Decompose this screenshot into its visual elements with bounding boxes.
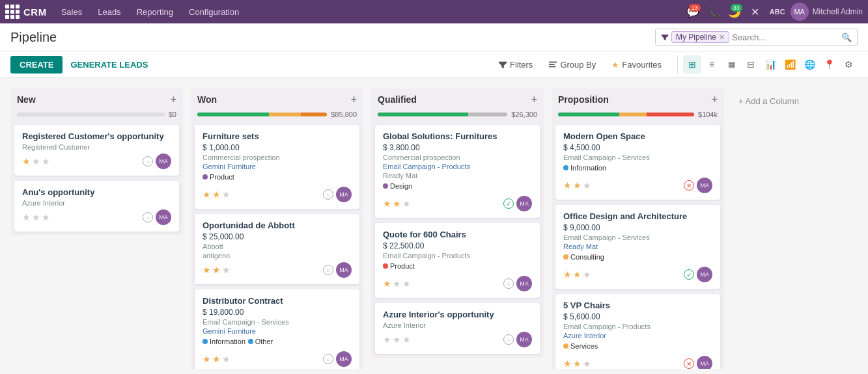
star-3[interactable]: ★ bbox=[222, 189, 231, 200]
status-icon[interactable]: ○ bbox=[323, 189, 333, 200]
view-globe-button[interactable]: 🌐 bbox=[800, 55, 819, 73]
star-2[interactable]: ★ bbox=[393, 334, 401, 345]
kanban-card[interactable]: Quote for 600 Chairs $ 22,500.00 Email C… bbox=[375, 223, 540, 298]
card-campaign[interactable]: Email Campaign - Products bbox=[383, 163, 532, 170]
app-logo[interactable]: CRM bbox=[5, 5, 47, 19]
star-3[interactable]: ★ bbox=[402, 278, 411, 289]
search-submit-icon[interactable]: 🔍 bbox=[841, 33, 852, 42]
card-campaign[interactable]: Gemini Furniture bbox=[203, 327, 352, 335]
star-1[interactable]: ★ bbox=[203, 354, 211, 364]
search-tag-my-pipeline[interactable]: My Pipeline ✕ bbox=[671, 31, 729, 43]
col-add-button[interactable]: + bbox=[171, 94, 176, 105]
status-icon[interactable]: ○ bbox=[323, 265, 333, 275]
kanban-card[interactable]: Global Solutions: Furnitures $ 3,800.00 … bbox=[375, 125, 540, 218]
top-navigation: CRM Sales Leads Reporting Configuration … bbox=[0, 0, 868, 23]
star-3[interactable]: ★ bbox=[583, 358, 591, 369]
star-1[interactable]: ★ bbox=[22, 156, 31, 167]
view-table-button[interactable]: ⊟ bbox=[742, 55, 760, 73]
col-add-button[interactable]: + bbox=[351, 94, 357, 105]
status-icon[interactable]: ○ bbox=[143, 156, 153, 167]
kanban-card[interactable]: 5 VP Chairs $ 5,600.00 Email Campaign - … bbox=[555, 294, 720, 369]
search-bar[interactable]: My Pipeline ✕ 🔍 bbox=[655, 29, 858, 46]
star-1[interactable]: ★ bbox=[563, 358, 572, 369]
view-barchart-button[interactable]: 📊 bbox=[761, 55, 779, 73]
close-icon[interactable]: ✕ bbox=[746, 3, 764, 21]
kanban-card[interactable]: Azure Interior's opportunity Azure Inter… bbox=[375, 303, 540, 354]
chat-icon[interactable]: 💬13 bbox=[684, 3, 702, 21]
star-3[interactable]: ★ bbox=[583, 180, 591, 191]
status-icon[interactable]: ✓ bbox=[503, 198, 514, 209]
star-2[interactable]: ★ bbox=[212, 189, 221, 200]
kanban-card[interactable]: Furniture sets $ 1,000.00 Commercial pro… bbox=[195, 125, 359, 209]
star-1[interactable]: ★ bbox=[22, 212, 31, 222]
star-3[interactable]: ★ bbox=[222, 354, 231, 364]
view-kanban-button[interactable]: ⊞ bbox=[683, 55, 701, 73]
card-campaign[interactable]: Ready Mat bbox=[563, 243, 712, 250]
star-2[interactable]: ★ bbox=[32, 212, 40, 222]
view-signal-button[interactable]: 📶 bbox=[781, 55, 799, 73]
star-1[interactable]: ★ bbox=[383, 278, 391, 289]
view-map-button[interactable]: 📍 bbox=[820, 55, 838, 73]
card-stars: ★★★ bbox=[22, 156, 50, 167]
filters-action[interactable]: Filters bbox=[493, 57, 538, 72]
card-stars: ★★★ bbox=[383, 198, 411, 209]
nav-leads[interactable]: Leads bbox=[91, 5, 127, 20]
status-icon[interactable]: ○ bbox=[323, 354, 333, 364]
status-icon[interactable]: ○ bbox=[143, 212, 153, 222]
search-tag-close[interactable]: ✕ bbox=[719, 33, 725, 42]
star-2[interactable]: ★ bbox=[573, 269, 581, 280]
status-icon[interactable]: ✓ bbox=[684, 269, 694, 280]
star-3[interactable]: ★ bbox=[402, 334, 411, 345]
star-2[interactable]: ★ bbox=[393, 278, 401, 289]
card-campaign[interactable]: Gemini Furniture bbox=[203, 163, 352, 170]
card-amount: $ 25,000.00 bbox=[203, 232, 352, 241]
kanban-card[interactable]: Distributor Contract $ 19,800.00 Email C… bbox=[195, 289, 359, 369]
group-by-action[interactable]: Group By bbox=[543, 57, 601, 72]
user-avatar[interactable]: MA bbox=[791, 3, 809, 21]
kanban-card[interactable]: Registered Customer's opportunity Regist… bbox=[14, 125, 179, 176]
kanban-card[interactable]: Oportunidad de Abbott $ 25,000.00 Abbott… bbox=[195, 214, 359, 284]
create-button[interactable]: CREATE bbox=[10, 56, 63, 73]
status-icon[interactable]: ✕ bbox=[684, 180, 694, 191]
status-icon[interactable]: ○ bbox=[503, 278, 514, 289]
star-1[interactable]: ★ bbox=[203, 189, 211, 200]
status-icon[interactable]: ✕ bbox=[684, 358, 694, 369]
col-add-button[interactable]: + bbox=[712, 94, 718, 105]
moon-icon[interactable]: 🌙33 bbox=[725, 3, 744, 21]
add-column-button[interactable]: + Add a Column bbox=[732, 92, 805, 110]
favourites-action[interactable]: ★ Favourites bbox=[606, 57, 667, 72]
col-add-button[interactable]: + bbox=[531, 94, 537, 105]
nav-sales[interactable]: Sales bbox=[55, 5, 89, 20]
star-2[interactable]: ★ bbox=[212, 265, 221, 275]
search-input[interactable] bbox=[732, 33, 841, 42]
star-1[interactable]: ★ bbox=[563, 269, 572, 280]
kanban-card[interactable]: Modern Open Space $ 4,500.00 Email Campa… bbox=[555, 125, 720, 200]
star-2[interactable]: ★ bbox=[32, 156, 40, 167]
star-3[interactable]: ★ bbox=[583, 269, 591, 280]
view-list-button[interactable]: ≡ bbox=[703, 55, 721, 73]
phone-icon[interactable]: 📞 bbox=[705, 3, 723, 21]
kanban-card[interactable]: Anu's opportunity Azure Interior ★★★ ○ M… bbox=[14, 181, 179, 232]
star-1[interactable]: ★ bbox=[383, 198, 391, 209]
star-3[interactable]: ★ bbox=[402, 198, 411, 209]
star-1[interactable]: ★ bbox=[383, 334, 391, 345]
star-2[interactable]: ★ bbox=[212, 354, 221, 364]
nav-reporting[interactable]: Reporting bbox=[130, 5, 180, 20]
view-settings-button[interactable]: ⚙ bbox=[839, 55, 858, 73]
status-icon[interactable]: ○ bbox=[503, 334, 514, 345]
star-3[interactable]: ★ bbox=[42, 156, 50, 167]
star-2[interactable]: ★ bbox=[573, 180, 581, 191]
nav-configuration[interactable]: Configuration bbox=[182, 5, 245, 20]
star-3[interactable]: ★ bbox=[42, 212, 50, 222]
card-campaign[interactable]: Azure Interior bbox=[563, 332, 712, 340]
abc-label[interactable]: ABC bbox=[767, 3, 788, 21]
card-company: Email Campaign - Products bbox=[563, 323, 712, 330]
star-2[interactable]: ★ bbox=[573, 358, 581, 369]
star-3[interactable]: ★ bbox=[222, 265, 231, 275]
generate-leads-button[interactable]: GENERATE LEADS bbox=[68, 56, 150, 73]
view-calendar-button[interactable]: ▦ bbox=[722, 55, 740, 73]
star-1[interactable]: ★ bbox=[203, 265, 211, 275]
star-2[interactable]: ★ bbox=[393, 198, 401, 209]
kanban-card[interactable]: Office Design and Architecture $ 9,000.0… bbox=[555, 205, 720, 289]
star-1[interactable]: ★ bbox=[563, 180, 572, 191]
